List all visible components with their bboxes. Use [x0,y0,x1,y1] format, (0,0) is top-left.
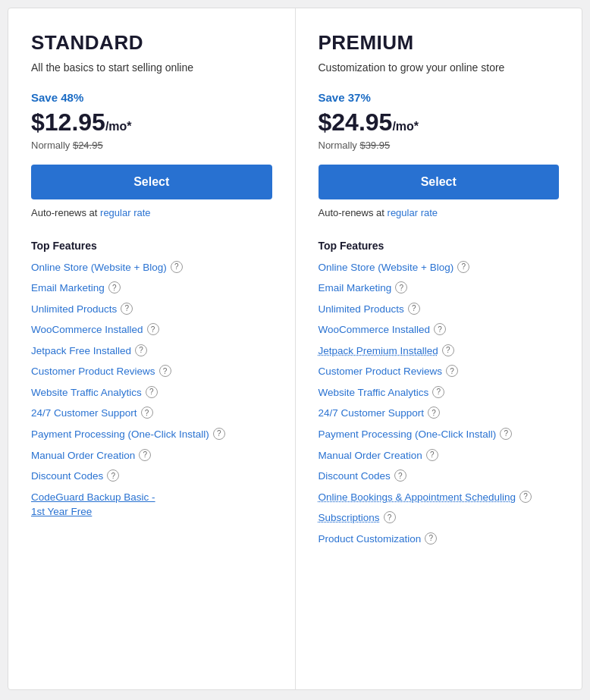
feature-text-standard-3: WooCommerce Installed [31,323,143,337]
save-badge-standard: Save 48% [31,91,272,104]
regular-rate-link-premium[interactable]: regular rate [388,207,438,218]
feature-text-premium-7: 24/7 Customer Support [319,407,425,420]
feature-item-premium-12: Subscriptions? [319,511,560,525]
plan-tagline-standard: All the basics to start selling online [31,61,272,76]
help-icon-standard-8[interactable]: ? [213,428,225,440]
help-icon-premium-0[interactable]: ? [457,261,469,273]
plan-col-standard: STANDARDAll the basics to start selling … [8,8,296,689]
feature-item-premium-7: 24/7 Customer Support? [319,407,560,420]
plan-name-premium: PREMIUM [319,31,560,55]
auto-renew-standard: Auto-renews at regular rate [31,207,272,218]
feature-item-premium-3: WooCommerce Installed? [319,323,560,337]
feature-item-premium-4: Jetpack Premium Installed? [319,344,560,358]
feature-text-standard-0: Online Store (Website + Blog) [31,261,167,275]
help-icon-standard-2[interactable]: ? [121,303,133,315]
pricing-container: STANDARDAll the basics to start selling … [8,8,582,690]
regular-rate-link-standard[interactable]: regular rate [100,207,150,218]
feature-text-premium-6: Website Traffic Analytics [319,386,429,400]
feature-item-standard-8: Payment Processing (One-Click Install)? [31,428,272,441]
select-button-standard[interactable]: Select [31,165,272,199]
feature-item-standard-2: Unlimited Products? [31,303,272,316]
features-title-premium: Top Features [319,240,560,252]
feature-item-premium-5: Customer Product Reviews? [319,365,560,378]
feature-text-premium-12: Subscriptions [319,511,380,525]
feature-text-premium-0: Online Store (Website + Blog) [319,261,454,275]
feature-text-standard-10: Discount Codes [31,469,103,483]
feature-item-standard-1: Email Marketing? [31,281,272,295]
feature-text-premium-3: WooCommerce Installed [319,323,431,337]
normal-price-standard: Normally $24.95 [31,140,272,151]
help-icon-standard-0[interactable]: ? [171,261,183,273]
feature-text-premium-9: Manual Order Creation [319,449,422,463]
help-icon-premium-12[interactable]: ? [384,511,396,523]
help-icon-standard-9[interactable]: ? [139,449,151,461]
help-icon-premium-10[interactable]: ? [394,469,406,482]
help-icon-standard-6[interactable]: ? [146,386,158,398]
help-icon-premium-8[interactable]: ? [500,428,512,440]
help-icon-standard-7[interactable]: ? [141,407,153,419]
plan-col-premium: PREMIUMCustomization to grow your online… [296,8,582,689]
feature-item-premium-2: Unlimited Products? [319,303,560,316]
auto-renew-premium: Auto-renews at regular rate [319,207,560,218]
feature-text-standard-6: Website Traffic Analytics [31,386,142,400]
feature-item-standard-9: Manual Order Creation? [31,449,272,463]
help-icon-premium-3[interactable]: ? [434,323,446,335]
help-icon-premium-4[interactable]: ? [442,344,454,356]
feature-item-premium-6: Website Traffic Analytics? [319,386,560,400]
help-icon-premium-2[interactable]: ? [408,303,420,315]
feature-item-premium-8: Payment Processing (One-Click Install)? [319,428,560,441]
feature-item-premium-9: Manual Order Creation? [319,449,560,463]
help-icon-premium-9[interactable]: ? [426,449,438,461]
feature-text-standard-7: 24/7 Customer Support [31,407,137,420]
feature-text-standard-1: Email Marketing [31,281,105,295]
price-period-premium: /mo* [392,120,419,133]
help-icon-standard-1[interactable]: ? [108,281,121,293]
help-icon-premium-13[interactable]: ? [425,532,437,545]
feature-item-premium-0: Online Store (Website + Blog)? [319,261,560,275]
price-row-premium: $24.95/mo* [319,108,560,137]
help-icon-premium-7[interactable]: ? [428,407,440,419]
feature-text-premium-11: Online Bookings & Appointment Scheduling [319,491,516,504]
help-icon-standard-4[interactable]: ? [135,344,147,356]
feature-text-standard-9: Manual Order Creation [31,449,135,463]
feature-item-standard-3: WooCommerce Installed? [31,323,272,337]
feature-text-premium-5: Customer Product Reviews [319,365,443,378]
codeguard-link-standard[interactable]: CodeGuard Backup Basic -1st Year Free [31,491,272,520]
feature-item-premium-11: Online Bookings & Appointment Scheduling… [319,491,560,504]
feature-text-premium-1: Email Marketing [319,281,392,295]
feature-item-premium-13: Product Customization? [319,532,560,546]
feature-text-premium-4: Jetpack Premium Installed [319,344,438,358]
help-icon-standard-10[interactable]: ? [107,469,119,482]
help-icon-premium-5[interactable]: ? [446,365,458,377]
price-amount-standard: $12.95 [31,108,105,137]
plan-name-standard: STANDARD [31,31,272,55]
plan-tagline-premium: Customization to grow your online store [319,61,560,76]
feature-text-premium-13: Product Customization [319,532,422,546]
feature-text-standard-8: Payment Processing (One-Click Install) [31,428,209,441]
feature-item-premium-1: Email Marketing? [319,281,560,295]
normal-price-premium: Normally $39.95 [319,140,560,151]
price-row-standard: $12.95/mo* [31,108,272,137]
help-icon-premium-1[interactable]: ? [395,281,407,293]
help-icon-standard-3[interactable]: ? [147,323,159,335]
features-title-standard: Top Features [31,240,272,252]
feature-text-premium-2: Unlimited Products [319,303,404,316]
feature-item-standard-5: Customer Product Reviews? [31,365,272,378]
save-badge-premium: Save 37% [319,91,560,104]
feature-text-premium-10: Discount Codes [319,469,391,483]
feature-item-standard-7: 24/7 Customer Support? [31,407,272,420]
price-amount-premium: $24.95 [319,108,393,137]
feature-text-standard-5: Customer Product Reviews [31,365,155,378]
feature-text-standard-4: Jetpack Free Installed [31,344,131,358]
help-icon-standard-5[interactable]: ? [159,365,171,377]
feature-text-standard-2: Unlimited Products [31,303,117,316]
feature-item-standard-10: Discount Codes? [31,469,272,483]
feature-text-premium-8: Payment Processing (One-Click Install) [319,428,497,441]
help-icon-premium-11[interactable]: ? [519,491,532,503]
price-period-standard: /mo* [105,120,132,133]
feature-item-premium-10: Discount Codes? [319,469,560,483]
select-button-premium[interactable]: Select [319,165,560,199]
feature-item-standard-0: Online Store (Website + Blog)? [31,261,272,275]
feature-item-standard-6: Website Traffic Analytics? [31,386,272,400]
help-icon-premium-6[interactable]: ? [432,386,444,398]
